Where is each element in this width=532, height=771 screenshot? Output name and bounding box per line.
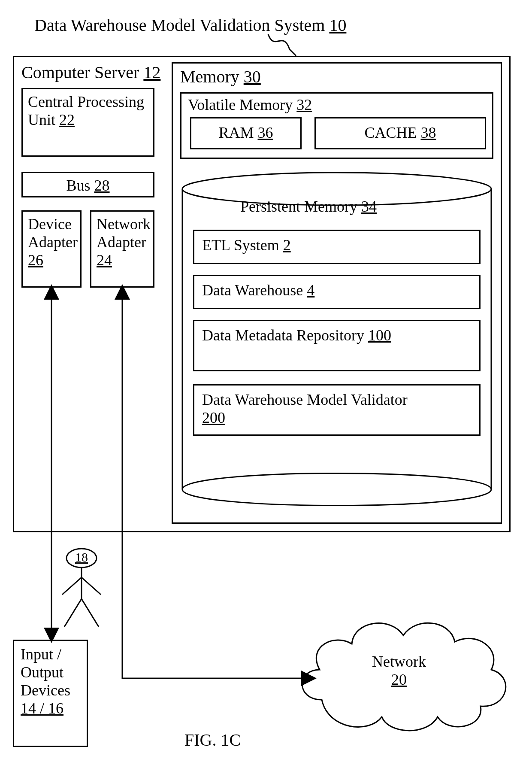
bus-box: Bus 28 [21,172,154,197]
etl-system-box: ETL System 2 [193,230,481,264]
figure-label: FIG. 1C [184,730,241,750]
cpu-box: Central Processing Unit 22 [21,88,154,157]
user-ref: 18 [75,550,88,564]
memory-label: Memory 30 [180,67,261,87]
persistent-label: Persistent Memory 34 [240,197,377,216]
server-label: Computer Server 12 [21,62,160,82]
device-adapter-box: Device Adapter 26 [21,210,82,288]
network-adapter-box: Network Adapter 24 [90,210,154,288]
io-devices-box: Input / Output Devices 14 / 16 [13,640,88,747]
title-pointer-squiggle [266,30,300,56]
svg-line-6 [82,599,99,627]
svg-line-3 [62,577,82,595]
arrow-netadapter-cloud [116,288,317,687]
ram-box: RAM 36 [190,117,302,149]
volatile-label: Volatile Memory 32 [188,96,312,114]
svg-line-4 [82,577,101,595]
network-label: Network 20 [356,653,442,689]
arrow-devadapter-io [45,288,58,640]
user-icon: 18 [56,547,107,633]
cache-box: CACHE 38 [314,117,486,149]
volatile-memory-box: Volatile Memory 32 RAM 36 CACHE 38 [180,92,493,159]
svg-line-5 [64,599,82,627]
title-ref: 10 [329,15,346,35]
